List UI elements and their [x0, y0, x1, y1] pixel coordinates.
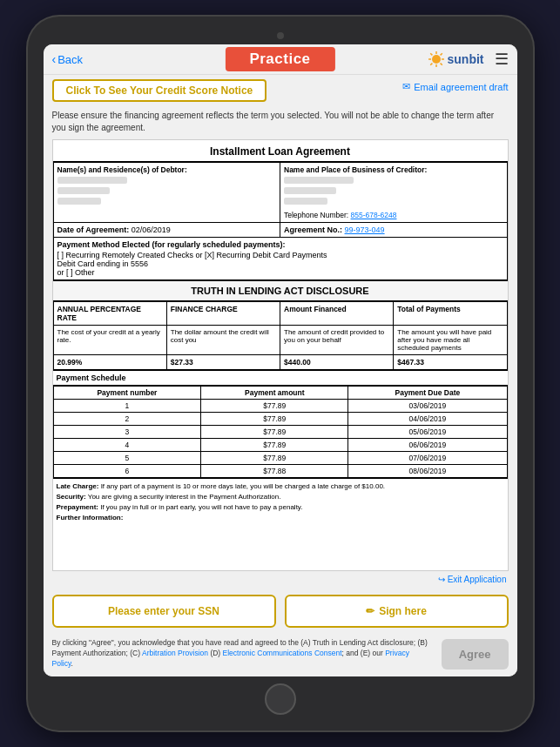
payment-cell: 06/06/2019 [348, 439, 507, 452]
header-right: sunbit ☰ [428, 50, 509, 69]
payment-col-header: Payment Due Date [348, 387, 507, 400]
payment-cell: $77.89 [201, 439, 348, 452]
credit-score-notice-button[interactable]: Click To See Your Credit Score Notice [52, 79, 267, 102]
header: ‹ Back Practice [44, 44, 517, 75]
truth-col-desc: The dollar amount the credit will cost y… [166, 326, 280, 355]
document-title: Installment Loan Agreement [53, 140, 508, 162]
agreement-label: Agreement No.: [284, 225, 342, 234]
sunbit-logo: sunbit [428, 50, 484, 68]
phone-value[interactable]: 855-678-6248 [351, 211, 397, 219]
payment-row: 4$77.8906/06/2019 [53, 439, 507, 452]
tablet-home-button[interactable] [265, 683, 296, 715]
payment-cell: 07/06/2019 [348, 452, 507, 465]
ssn-button[interactable]: Please enter your SSN [52, 595, 276, 628]
debtor-label: Name(s) and Residence(s) of Debtor: [57, 165, 277, 174]
security-value: You are giving a security interest in th… [88, 493, 281, 501]
payment-col-header: Payment number [53, 387, 201, 400]
truth-col-value: $467.33 [394, 355, 507, 370]
debtor-addr1-redacted [57, 187, 110, 194]
tablet-camera [277, 32, 284, 39]
payment-method-value: [ ] Recurring Remotely Created Checks or… [57, 251, 503, 277]
payment-cell: 5 [53, 452, 201, 465]
truth-col-desc: The cost of your credit at a yearly rate… [53, 326, 166, 355]
sunbit-text: sunbit [448, 52, 484, 66]
exit-icon: ↪ [438, 575, 445, 584]
truth-col-desc: The amount of credit provided to you on … [280, 326, 394, 355]
tablet-frame: ‹ Back Practice [28, 17, 533, 730]
payment-cell: $77.88 [201, 465, 348, 478]
action-buttons: Please enter your SSN ✏ Sign here [44, 588, 517, 633]
payment-row: 5$77.8907/06/2019 [53, 452, 507, 465]
debtor-name-redacted [57, 177, 127, 184]
email-agreement-link[interactable]: ✉ Email agreement draft [402, 79, 508, 92]
agree-text-mid: (D) [208, 649, 223, 657]
debtor-addr2-redacted [57, 198, 101, 205]
loan-document: Installment Loan Agreement Name(s) and R… [52, 139, 509, 571]
svg-line-7 [440, 53, 442, 55]
payment-method-label: Payment Method Elected (for regularly sc… [57, 240, 286, 249]
payment-cell: 2 [53, 413, 201, 426]
exit-application[interactable]: ↪ Exit Application [44, 571, 517, 588]
truth-col-value: 20.99% [53, 355, 166, 370]
truth-col-label: ANNUAL PERCENTAGE RATE [53, 302, 166, 326]
email-icon: ✉ [402, 81, 410, 92]
truth-col-value: $27.33 [166, 355, 280, 370]
payment-row: 2$77.8904/06/2019 [53, 413, 507, 426]
electronic-comms-link[interactable]: Electronic Communications Consent [223, 649, 342, 657]
back-label: Back [57, 53, 83, 66]
truth-header: TRUTH IN LENDING ACT DISCLOSURE [53, 280, 508, 301]
sunbit-sun-icon [428, 50, 445, 68]
truth-col-label: FINANCE CHARGE [166, 302, 280, 326]
tablet-screen: ‹ Back Practice [44, 44, 517, 676]
creditor-addr2-redacted [284, 198, 327, 205]
sign-button[interactable]: ✏ Sign here [285, 595, 509, 628]
payment-cell: 03/06/2019 [348, 400, 507, 413]
arbitration-link[interactable]: Arbitration Provision [142, 649, 208, 657]
payment-cell: 04/06/2019 [348, 413, 507, 426]
credit-notice-bar: Click To See Your Credit Score Notice ✉ … [44, 75, 517, 106]
payment-row: 3$77.8905/06/2019 [53, 426, 507, 439]
svg-line-6 [440, 64, 442, 65]
security-label: Security: [57, 493, 86, 501]
late-charge-text: Late Charge: If any part of a payment is… [53, 478, 508, 526]
truth-col-value: $440.00 [280, 355, 394, 370]
payment-cell: 08/06/2019 [348, 465, 507, 478]
truth-col-label: Amount Financed [280, 302, 394, 326]
prepayment-value: If you pay in full or in part early, you… [100, 503, 302, 511]
truth-table: ANNUAL PERCENTAGE RATEFINANCE CHARGEAmou… [53, 301, 508, 370]
date-value: 02/06/2019 [132, 225, 171, 234]
payment-cell: 1 [53, 400, 201, 413]
svg-point-0 [432, 55, 441, 64]
agree-section: By clicking "Agree", you acknowledge tha… [44, 633, 517, 676]
creditor-addr1-redacted [284, 187, 336, 194]
payment-schedule-title: Payment Schedule [53, 370, 508, 386]
creditor-label: Name and Place of Business of Creditor: [284, 165, 503, 174]
further-info-label: Further Information: [57, 514, 124, 522]
agreement-value[interactable]: 99-973-049 [345, 225, 385, 234]
agree-button[interactable]: Agree [442, 639, 509, 670]
debtor-creditor-table: Name(s) and Residence(s) of Debtor: Name… [53, 162, 508, 280]
payment-cell: $77.89 [201, 400, 348, 413]
prepayment-label: Prepayment: [57, 503, 98, 511]
payment-cell: 05/06/2019 [348, 426, 507, 439]
payment-cell: 4 [53, 439, 201, 452]
late-charge-value: If any part of a payment is 10 or more d… [101, 482, 385, 490]
payment-cell: 6 [53, 465, 201, 478]
practice-title: Practice [225, 47, 334, 71]
exit-label: Exit Application [448, 575, 507, 584]
payment-cell: $77.89 [201, 413, 348, 426]
payment-cell: $77.89 [201, 452, 348, 465]
late-charge-label: Late Charge: [57, 482, 99, 490]
svg-line-5 [430, 53, 432, 55]
creditor-name-redacted [284, 177, 354, 184]
agree-text-suffix: ; and (E) our [342, 649, 386, 657]
payment-row: 1$77.8903/06/2019 [53, 400, 507, 413]
payment-col-header: Payment amount [201, 387, 348, 400]
phone-label: Telephone Number: [284, 211, 348, 219]
notice-text: Please ensure the financing agreement re… [44, 106, 517, 139]
svg-line-8 [430, 64, 432, 65]
payment-cell: $77.89 [201, 426, 348, 439]
back-button[interactable]: ‹ Back [52, 52, 105, 66]
hamburger-menu[interactable]: ☰ [495, 50, 509, 69]
chevron-left-icon: ‹ [52, 52, 57, 66]
